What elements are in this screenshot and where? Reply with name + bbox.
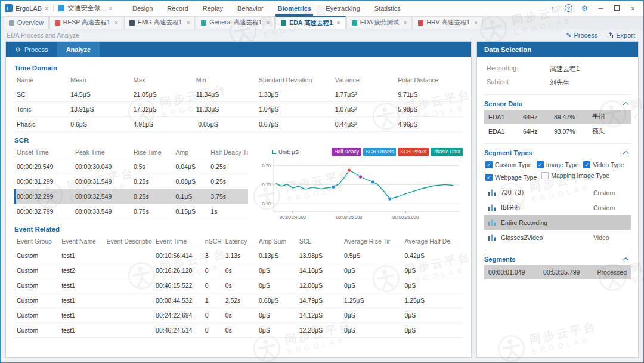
- column-header[interactable]: Max: [131, 73, 194, 87]
- close-project-tab-icon[interactable]: ×: [109, 5, 112, 12]
- close-home-tab-icon[interactable]: ×: [45, 5, 48, 12]
- sensor-row[interactable]: EDA164Hz93.07%额头: [484, 124, 631, 139]
- table-row[interactable]: 00:00:32.29900:00:32.5490.25s0.1μS3.75s: [14, 189, 248, 204]
- checkbox-mapping-image-type[interactable]: Mapping Image Type: [541, 172, 609, 179]
- table-row[interactable]: Phasic0.6μS4.91μS-0.05μS0.67μS0.44μS²4.9…: [14, 117, 463, 132]
- table-row[interactable]: Tonic13.91μS17.32μS11.33μS1.04μS1.07μS²5…: [14, 102, 463, 117]
- menu-behavior[interactable]: Behavior: [230, 1, 270, 16]
- recording-row: Recording: 高速去程1: [484, 62, 631, 76]
- maximize-button[interactable]: [609, 2, 625, 15]
- table-cell: 0.6μS: [68, 117, 131, 132]
- column-header[interactable]: Event Name: [59, 235, 104, 248]
- table-cell: Custom: [14, 323, 59, 338]
- table-cell: 0μS: [342, 278, 402, 293]
- collapse-chevron-icon[interactable]: [623, 257, 629, 263]
- checkbox-custom-type[interactable]: ✓Custom Type: [485, 161, 532, 168]
- column-header[interactable]: Event Time: [153, 235, 203, 248]
- table-row[interactable]: Customtest100:46:24.51400s0μS12.28μS0μS0…: [14, 323, 463, 338]
- table-row[interactable]: 00:00:32.79900:00:33.5490.75s0.15μS1s: [14, 204, 248, 219]
- column-header[interactable]: Variance: [333, 73, 395, 87]
- column-header[interactable]: Average Half De: [402, 235, 463, 248]
- segment-item-glasses2video[interactable]: Glasses2VideoVideo: [484, 230, 631, 245]
- segment-row[interactable]: 00:00:01.04900:53:35.799Processed: [484, 265, 631, 279]
- table-row[interactable]: 00:00:29.54900:00:30.0490.5s0.04μS0.25s: [14, 159, 248, 174]
- close-tab-icon[interactable]: ×: [404, 20, 407, 26]
- segment-item-entire-recording[interactable]: Entire Recording: [484, 215, 631, 230]
- menu-eyetracking[interactable]: Eyetracking: [318, 1, 367, 16]
- close-tab-icon[interactable]: ×: [337, 20, 340, 26]
- table-cell: 0s: [223, 263, 256, 278]
- table-cell: 00:24:22.694: [153, 308, 203, 323]
- column-header[interactable]: Amp: [174, 146, 209, 159]
- segment-type: Custom: [593, 204, 627, 211]
- table-row[interactable]: Customtest100:08:44.53212.52s0.68μS14.79…: [14, 293, 463, 308]
- doc-tab-emg-1[interactable]: EMG 高速去程1×: [124, 16, 196, 29]
- column-header[interactable]: Amp Sum: [256, 235, 297, 248]
- table-row[interactable]: Customtest100:10:56.41431.13s0.13μS13.98…: [14, 248, 463, 263]
- checkbox-image-type[interactable]: ✓Image Type: [537, 161, 579, 168]
- panel-tab-analyze[interactable]: Analyze: [57, 42, 100, 57]
- column-header[interactable]: Latency: [223, 235, 256, 248]
- column-header[interactable]: Half Deacy Tim: [208, 146, 248, 159]
- doc-tab-eda[interactable]: EDA 疲劳测试×: [346, 16, 413, 29]
- doc-tab-resp-1[interactable]: RESP 高速去程1×: [49, 16, 123, 29]
- column-header[interactable]: nSCR: [203, 235, 223, 248]
- upload-icon[interactable]: ↑: [544, 2, 561, 15]
- doc-tab-overview[interactable]: Overview: [4, 16, 49, 29]
- table-row[interactable]: Customtest200:16:26.12000s0μS14.18μS0μS0…: [14, 263, 463, 278]
- project-tab[interactable]: 交通安全领...: [67, 4, 106, 13]
- table-row[interactable]: Customtest100:24:22.69400s0μS14.12μS0μS0…: [14, 308, 463, 323]
- doc-tab-hrv-1[interactable]: HRV 高速去程1×: [413, 16, 483, 29]
- column-header[interactable]: Onset Time: [14, 146, 73, 159]
- table-cell: 0μS: [402, 263, 463, 278]
- doc-tab-general-1[interactable]: General 高速去程1×: [196, 16, 275, 29]
- checkbox-icon: [541, 172, 549, 179]
- menu-record[interactable]: Record: [160, 1, 195, 16]
- column-header[interactable]: Polar Distance: [395, 73, 463, 87]
- menu-statistics[interactable]: Statistics: [367, 1, 408, 16]
- menu-biometrics[interactable]: Biometrics: [270, 1, 318, 16]
- column-header[interactable]: Mean: [68, 73, 131, 87]
- sensor-row[interactable]: EDA164Hz89.47%手指: [484, 110, 631, 124]
- close-tab-icon[interactable]: ×: [114, 20, 118, 26]
- table-cell: 00:00:31.549: [73, 174, 131, 189]
- column-header[interactable]: Event Descriptio: [104, 235, 153, 248]
- close-tab-icon[interactable]: ×: [474, 20, 478, 26]
- table-row[interactable]: Customtest100:46:15.52200s0μS12.08μS0μS0…: [14, 278, 463, 293]
- column-header[interactable]: Min: [194, 73, 256, 87]
- table-row[interactable]: 00:00:31.29900:00:31.5490.25s0.08μS0.25s: [14, 174, 248, 189]
- checkbox-webpage-type[interactable]: ✓Webpage Type: [485, 174, 537, 181]
- help-button[interactable]: ?: [561, 2, 577, 15]
- checkbox-video-type[interactable]: ✓Video Type: [583, 161, 624, 168]
- collapse-chevron-icon[interactable]: [623, 151, 629, 157]
- close-tab-icon[interactable]: ×: [186, 20, 190, 26]
- settings-icon[interactable]: ⚙: [577, 2, 593, 15]
- close-tab-icon[interactable]: ×: [266, 20, 270, 26]
- segment-item-730-3[interactable]: 730（3）Custom: [484, 185, 631, 200]
- column-header[interactable]: Peak Time: [73, 146, 131, 159]
- column-header[interactable]: Event Group: [14, 235, 59, 248]
- doc-tab-eda-1[interactable]: EDA 高速去程1×: [275, 16, 345, 29]
- column-header[interactable]: Rise Time: [131, 146, 174, 159]
- panel-tab-process[interactable]: ⚙Process: [6, 42, 57, 57]
- segment-item-ibi[interactable]: IBI分析Custom: [484, 200, 631, 215]
- unit-text: Unit: μS: [278, 149, 299, 155]
- collapse-chevron-icon[interactable]: [623, 102, 629, 108]
- minimize-button[interactable]: ─: [593, 2, 609, 15]
- table-row[interactable]: SC14.5μS21.05μS11.34μS1.33μS1.77μS²9.71μ…: [14, 87, 463, 102]
- column-header[interactable]: Standard Deviation: [256, 73, 333, 87]
- legend-scr-onsets: SCR Onsets: [363, 148, 396, 156]
- column-header[interactable]: SCL: [297, 235, 342, 248]
- table-cell: 14.18μS: [297, 263, 342, 278]
- table-cell: 0.67μS: [256, 117, 333, 132]
- menu-design[interactable]: Design: [125, 1, 160, 16]
- column-header[interactable]: Average Rise Tir: [342, 235, 402, 248]
- menu-replay[interactable]: Replay: [196, 1, 230, 16]
- panel-tab-label: Process: [24, 46, 48, 53]
- export-button[interactable]: Export: [607, 32, 635, 39]
- process-button[interactable]: ✎ Process: [566, 32, 597, 39]
- table-cell: 13.91μS: [68, 102, 131, 117]
- column-header[interactable]: Name: [14, 73, 68, 87]
- chart-icon: [488, 189, 496, 196]
- close-window-button[interactable]: ×: [625, 2, 641, 15]
